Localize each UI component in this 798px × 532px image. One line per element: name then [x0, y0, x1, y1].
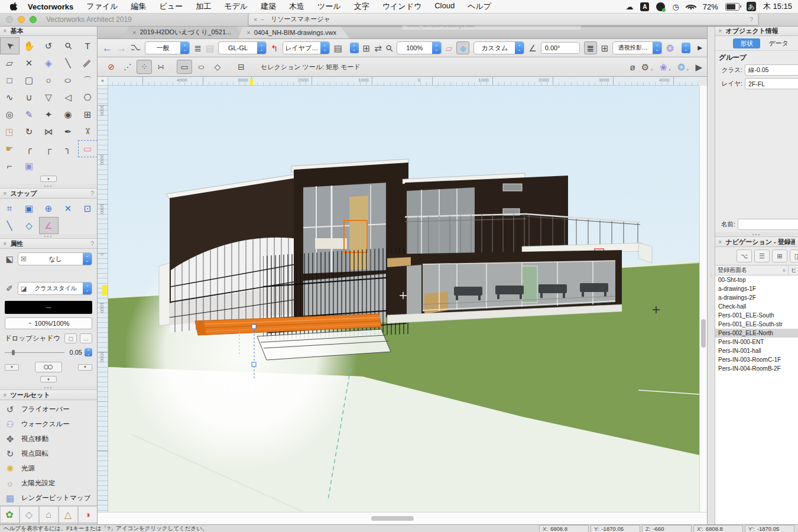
gear-icon[interactable]: ⚙: [641, 63, 654, 72]
basic-tool-button[interactable]: ⎔: [78, 89, 98, 106]
navigation-palette-header[interactable]: × ナビゲーション - 登録画...: [715, 237, 798, 247]
cloud-status-icon[interactable]: ☁: [625, 2, 633, 11]
tab-data[interactable]: データ: [761, 38, 796, 48]
palette-drag-handle[interactable]: •••: [0, 385, 97, 390]
basic-tool-button[interactable]: ▭: [78, 140, 98, 157]
palette-drag-handle[interactable]: •••: [0, 234, 97, 239]
pen-type-dropdown[interactable]: ◪ クラススタイル: [18, 282, 92, 295]
basic-tool-button[interactable]: ➤: [0, 37, 20, 54]
registered-view-item[interactable]: a-drawings-2F: [715, 293, 798, 302]
dropdown-stepper[interactable]: [180, 42, 189, 54]
menu-item[interactable]: 編集: [125, 1, 153, 12]
fill-style-icon[interactable]: ⬕: [5, 254, 14, 264]
basic-tool-button[interactable]: ╮: [59, 140, 78, 157]
hide-details-icon[interactable]: ø: [630, 63, 635, 72]
tool-mode-button[interactable]: ▭: [177, 60, 192, 74]
close-icon[interactable]: ×: [718, 27, 722, 34]
tab-shape[interactable]: 形状: [733, 38, 760, 48]
layer-dropdown[interactable]: 2F-FL: [745, 78, 798, 89]
snap-mode-button[interactable]: ⊕: [39, 200, 59, 217]
model-viewport[interactable]: [108, 86, 699, 512]
dropdown-stepper[interactable]: [320, 42, 329, 54]
close-icon[interactable]: ×: [254, 16, 257, 23]
menu-clock[interactable]: 木 15:15: [763, 1, 792, 12]
minimize-icon[interactable]: −: [260, 16, 264, 23]
basic-tool-button[interactable]: ◉: [59, 106, 78, 123]
wifi-icon[interactable]: [686, 3, 696, 10]
line-style-preview[interactable]: ⌇: [5, 301, 92, 314]
document-tab[interactable]: ×2019-H2DOいえづくり_0521...: [124, 26, 244, 38]
eyedropper-sync-button[interactable]: [35, 362, 62, 372]
basic-tool-button[interactable]: ⊞: [78, 106, 98, 123]
close-icon[interactable]: ×: [3, 240, 7, 247]
palette-drag-handle[interactable]: •••: [0, 184, 97, 189]
menu-item-appname[interactable]: Vectorworks: [21, 2, 80, 11]
fill-type-dropdown[interactable]: ☒ なし: [18, 252, 92, 265]
working-plane-button[interactable]: ◆: [456, 41, 469, 54]
basic-tool-button[interactable]: ✒: [59, 123, 78, 140]
basic-tool-button[interactable]: ▱: [0, 54, 20, 72]
dropdown-stepper[interactable]: [432, 42, 441, 54]
basic-tool-button[interactable]: ☛: [0, 140, 20, 157]
snap-mode-button[interactable]: ╲: [0, 217, 20, 234]
saved-view-dropdown[interactable]: 一般: [145, 41, 190, 54]
basic-tool-button[interactable]: ✕: [20, 54, 39, 72]
attr-flyout-right[interactable]: ▼: [78, 364, 92, 371]
dropdown-stepper[interactable]: [515, 42, 524, 54]
overflow-icon[interactable]: ▶: [695, 63, 702, 72]
snap-mode-button[interactable]: ✕: [59, 200, 78, 217]
view-preset-dropdown[interactable]: カスタム: [473, 41, 524, 54]
help-icon[interactable]: ?: [90, 190, 94, 197]
class-dropdown[interactable]: 線-0.05: [745, 64, 798, 76]
dropdown-stepper[interactable]: [83, 283, 92, 294]
menu-item[interactable]: 建築: [254, 1, 283, 12]
dropdown-stepper[interactable]: [257, 42, 266, 54]
registered-view-item[interactable]: 00-Sht-top: [715, 275, 798, 284]
close-icon[interactable]: ×: [3, 27, 7, 34]
object-info-palette-header[interactable]: × オブジェクト情報: [715, 26, 798, 36]
close-icon[interactable]: ×: [132, 29, 136, 36]
palette-flyout-button[interactable]: ▼: [40, 376, 57, 382]
toolset-category-button[interactable]: ✿: [0, 506, 20, 523]
multi-view-icon[interactable]: ⊞: [601, 44, 609, 53]
resource-manager-window-bar[interactable]: × − リソースマネージャ ?: [248, 13, 758, 25]
close-icon[interactable]: ×: [3, 190, 7, 197]
menu-item[interactable]: ビュー: [153, 1, 190, 12]
rotation-icon[interactable]: ∠: [528, 44, 536, 53]
saved-views-mode-icon[interactable]: ⌥: [737, 249, 752, 262]
zoom-level-dropdown[interactable]: 100%: [397, 41, 442, 54]
classes-mode-icon[interactable]: ◫: [790, 249, 798, 262]
scrollbar-thumb[interactable]: [371, 516, 414, 521]
zoom-tool-icon[interactable]: ⚲: [384, 43, 394, 53]
saved-views-icon[interactable]: ⌥: [131, 44, 141, 53]
snap-mode-button[interactable]: ⌗: [0, 200, 20, 217]
basic-tool-button[interactable]: ∿: [0, 89, 20, 106]
render-style-icon[interactable]: ❂: [666, 44, 674, 53]
basic-tool-button[interactable]: T: [78, 37, 98, 54]
registered-view-item[interactable]: Check-hall: [715, 302, 798, 311]
palette-drag-handle[interactable]: •••: [715, 232, 798, 237]
menu-item[interactable]: 加工: [189, 1, 218, 12]
creative-cloud-icon[interactable]: [656, 2, 665, 11]
vertical-scrollbar[interactable]: [699, 86, 707, 512]
registered-view-item[interactable]: Pers-001_ELE-South: [715, 311, 798, 320]
registered-view-item[interactable]: Pers-001_ELE-South-str: [715, 320, 798, 329]
sort-ascending-icon[interactable]: ∧: [782, 268, 786, 273]
basic-tool-button[interactable]: ○: [59, 72, 78, 89]
basic-tool-button[interactable]: ✎: [20, 106, 39, 123]
render-globe-icon[interactable]: ❂: [677, 63, 689, 72]
opacity-button[interactable]: ◔ 100%/100%: [5, 317, 92, 329]
toolset-item[interactable]: ▦レンダービットマップ: [0, 491, 97, 505]
registered-view-item[interactable]: Pers-IN-003-RoomC-1F: [715, 355, 798, 364]
registered-views-column-header[interactable]: 登録画面名 ∧ ビ: [715, 265, 798, 275]
page-stepper[interactable]: [350, 43, 359, 53]
toolset-item[interactable]: ↺フライオーバー: [0, 402, 97, 417]
basic-tool-button[interactable]: ∪: [20, 89, 39, 106]
minimize-window-button[interactable]: [18, 16, 25, 23]
horizontal-ruler[interactable]: 400030002000100001000200030004000: [108, 77, 699, 86]
menu-item[interactable]: ウインドウ: [376, 1, 429, 12]
close-icon[interactable]: ×: [3, 391, 7, 398]
toolset-category-button[interactable]: ◑: [78, 506, 98, 523]
tool-mode-button[interactable]: ◇: [210, 60, 225, 74]
basic-tool-button[interactable]: ▣: [20, 157, 39, 174]
